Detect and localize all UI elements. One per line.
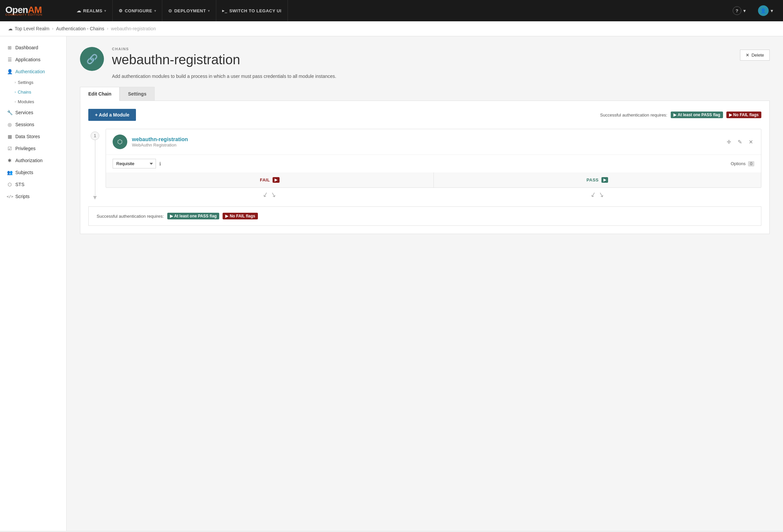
bottom-no-fail-label: No FAIL flags: [229, 214, 255, 219]
page-description: Add authentication modules to build a pr…: [112, 74, 770, 79]
page-title-area: CHAINS webauthn-registration: [112, 47, 740, 67]
avatar-icon: 👤: [760, 8, 766, 13]
sidebar-item-modules[interactable]: › Modules: [0, 97, 66, 106]
module-box-icon: ⬡: [117, 138, 123, 145]
applications-icon: ☰: [7, 57, 13, 62]
no-fail-label-top: No FAIL flags: [733, 112, 759, 117]
pass-flag-badge-top: ▶ At least one PASS flag: [671, 111, 723, 118]
step-num-col: 1 ▼: [88, 129, 102, 201]
sidebar-item-settings[interactable]: › Settings: [0, 77, 66, 87]
nav-configure-label: CONFIGURE: [125, 8, 152, 13]
breadcrumb-section[interactable]: Authentication - Chains: [56, 26, 104, 31]
chain-toolbar: + Add a Module Successful authentication…: [88, 109, 761, 121]
page-title: webauthn-registration: [112, 52, 740, 67]
sidebar: ⊞ Dashboard ☰ Applications 👤 Authenticat…: [0, 36, 67, 531]
scripts-icon: </>: [7, 194, 13, 199]
sidebar-item-authorization[interactable]: ✱ Authorization: [0, 155, 66, 166]
breadcrumb-current: webauthn-registration: [111, 26, 156, 31]
module-with-step: 1 ▼ ⬡: [88, 129, 761, 201]
sidebar-label-authorization: Authorization: [15, 158, 43, 163]
tab-edit-chain[interactable]: Edit Chain: [80, 87, 120, 101]
sidebar-label-modules: Modules: [18, 99, 34, 104]
sidebar-item-scripts[interactable]: </> Scripts: [0, 191, 66, 202]
pass-label: PASS: [587, 177, 598, 182]
nav-help[interactable]: ? ▾: [728, 0, 751, 21]
sidebar-label-privileges: Privileges: [15, 146, 36, 151]
auth-requires-top: Successful authentication requires: ▶ At…: [600, 111, 761, 118]
module-drag-button[interactable]: ✛: [725, 137, 732, 146]
breadcrumb-realm[interactable]: ☁ Top Level Realm: [8, 26, 49, 31]
sidebar-item-sessions[interactable]: ◎ Sessions: [0, 119, 66, 131]
module-edit-button[interactable]: ✎: [737, 137, 743, 146]
tab-settings[interactable]: Settings: [120, 87, 155, 101]
criteria-select[interactable]: Requisite Required Sufficient Optional: [113, 159, 156, 168]
nav-deployment-label: DEPLOYMENT: [174, 8, 206, 13]
delete-x-icon: ✕: [746, 53, 749, 58]
main-layout: ⊞ Dashboard ☰ Applications 👤 Authenticat…: [0, 36, 783, 531]
realm-label: Top Level Realm: [15, 26, 49, 31]
settings-chevron: ›: [15, 80, 15, 84]
nav-realms-arrow: ▾: [104, 9, 106, 13]
module-item-1: ⬡ webauthn-registration WebAuthn Registr…: [105, 129, 761, 188]
sidebar-item-applications[interactable]: ☰ Applications: [0, 54, 66, 66]
sidebar-label-dashboard: Dashboard: [15, 45, 38, 50]
nav-legacy-ui[interactable]: ▶_ SWITCH TO LEGACY UI: [216, 0, 288, 21]
auth-requires-top-label: Successful authentication requires:: [600, 112, 667, 118]
options-text: Options: [731, 161, 746, 166]
arrows-row: ↙ ↘ ↙ ↘: [105, 188, 761, 201]
top-navigation: OpenAM COMMUNITY EDITION ☁ REALMS ▾ ⚙ CO…: [0, 0, 783, 21]
services-icon: 🔧: [7, 110, 13, 115]
add-module-button[interactable]: + Add a Module: [88, 109, 136, 121]
main-content: 🔗 CHAINS webauthn-registration ✕ Delete …: [67, 36, 783, 531]
chains-chevron: ›: [15, 90, 15, 94]
module-icon: ⬡: [113, 134, 127, 149]
options-count: 0: [748, 161, 754, 166]
sessions-icon: ◎: [7, 122, 13, 127]
sidebar-item-sts[interactable]: ⬡ STS: [0, 178, 66, 191]
help-arrow: ▾: [743, 8, 746, 13]
nav-realms-label: REALMS: [83, 8, 103, 13]
module-type: WebAuthn Registration: [132, 142, 188, 147]
criteria-info-icon[interactable]: ℹ: [159, 161, 161, 166]
nav-legacy-label: SWITCH TO LEGACY UI: [229, 8, 281, 13]
sidebar-item-subjects[interactable]: 👥 Subjects: [0, 166, 66, 178]
module-delete-button[interactable]: ✕: [747, 137, 754, 146]
sidebar-item-services[interactable]: 🔧 Services: [0, 106, 66, 119]
delete-button[interactable]: ✕ Delete: [740, 49, 770, 61]
pass-outcome-badge: ▶: [601, 177, 608, 183]
bottom-status-bar: Successful authentication requires: ▶ At…: [88, 206, 761, 226]
logo[interactable]: OpenAM COMMUNITY EDITION: [5, 5, 65, 16]
fail-down-arrow-1: ↙: [261, 190, 269, 199]
nav-configure[interactable]: ⚙ CONFIGURE ▾: [113, 0, 163, 21]
nav-configure-arrow: ▾: [154, 9, 156, 13]
nav-user[interactable]: 👤 ▾: [753, 0, 778, 21]
help-icon: ?: [733, 6, 741, 15]
pass-cell: PASS ▶: [434, 172, 761, 188]
nav-deployment[interactable]: ⊙ DEPLOYMENT ▾: [162, 0, 216, 21]
pass-down-arrow-1: ↙: [589, 190, 597, 199]
bottom-fail-badge: ▶ No FAIL flags: [223, 213, 257, 220]
sidebar-item-authentication[interactable]: 👤 Authentication: [0, 66, 66, 77]
sidebar-label-sessions: Sessions: [15, 122, 34, 127]
sidebar-item-privileges[interactable]: ☑ Privileges: [0, 142, 66, 155]
fail-flag-badge-top: ▶ No FAIL flags: [726, 111, 761, 118]
page-header: 🔗 CHAINS webauthn-registration ✕ Delete: [80, 47, 770, 71]
sidebar-label-sts: STS: [15, 182, 24, 187]
sidebar-label-chains: Chains: [18, 90, 31, 95]
outcome-row: FAIL ▶ PASS ▶: [106, 172, 761, 188]
sidebar-item-chains[interactable]: › Chains: [0, 87, 66, 97]
avatar: 👤: [758, 5, 769, 16]
breadcrumb-sep1: ›: [52, 26, 53, 31]
pass-arrow-cell: ↙ ↘: [434, 189, 761, 200]
sidebar-item-dashboard[interactable]: ⊞ Dashboard: [0, 42, 66, 54]
sidebar-label-subjects: Subjects: [15, 170, 33, 175]
fail-cell: FAIL ▶: [106, 172, 434, 188]
module-name[interactable]: webauthn-registration: [132, 136, 188, 142]
sidebar-label-applications: Applications: [15, 57, 41, 62]
step-arrow-1: ▼: [92, 194, 98, 201]
page-icon: 🔗: [80, 47, 104, 71]
sidebar-item-datastores[interactable]: ▦ Data Stores: [0, 131, 66, 142]
nav-realms[interactable]: ☁ REALMS ▾: [71, 0, 113, 21]
tabs-row: Edit Chain Settings: [80, 87, 770, 101]
breadcrumb-sep2: ›: [107, 26, 108, 31]
